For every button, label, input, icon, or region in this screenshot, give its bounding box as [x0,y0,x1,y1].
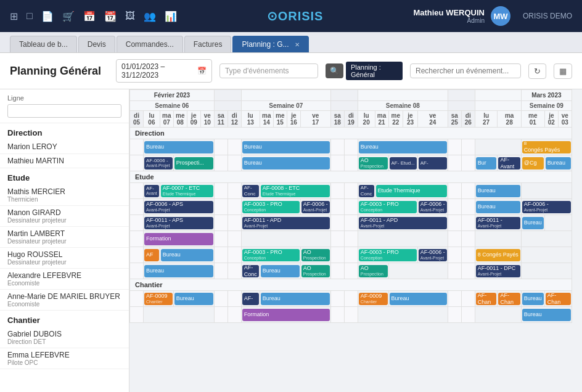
day-header: ve24 [417,111,448,128]
event-bureau[interactable]: Bureau [476,201,520,213]
event-af[interactable]: AF-0006 - APS Avant-Projet [144,201,213,213]
event-af[interactable]: AF-Conc [242,185,259,197]
person-name: Anne-Marie DE MARIEL BRUYER [7,292,121,301]
section-label: Direction [130,128,572,139]
logo-circle: ⊙ [267,9,278,23]
calendar2-icon[interactable]: 📆 [104,10,117,22]
event-af[interactable]: AF- Etud... [390,157,417,169]
event-formation[interactable]: Formation [242,309,330,321]
event-orange[interactable]: AF [144,249,159,261]
day-header: ve17 [300,111,330,128]
event-af[interactable]: AF-Chan [546,293,571,305]
event-af[interactable]: AF-0006 - Avant-Projet [419,249,447,261]
event-formation[interactable]: Formation [144,233,213,245]
event-af-pro[interactable]: AF-0003 - PRO Conception [242,201,300,213]
close-icon[interactable]: ✕ [295,41,300,48]
event-af[interactable]: AF-0009 Chantier [359,293,388,305]
tab-factures[interactable]: Factures [184,36,232,52]
event-bureau[interactable]: Bureau [546,157,571,169]
event-af-etc[interactable]: Etude Thermique [376,185,447,197]
event-conge[interactable]: 8 Congés Payés [522,141,571,153]
file-icon[interactable]: 📄 [41,10,54,22]
event-af-pro[interactable]: AF-0003 - PRO Conception [359,249,417,261]
event-af[interactable]: AF-Chan [498,293,520,305]
grid-icon[interactable]: ⊞ [10,10,18,22]
tab-devis[interactable]: Devis [78,36,115,52]
week-08: Semaine 08 [358,101,448,111]
event-af[interactable]: AF-0006 - Avant-Projet [301,201,330,213]
chart-icon[interactable]: 📊 [165,10,177,22]
event-bureau[interactable]: Bureau [144,265,213,277]
person-role: Thermicien [7,196,121,203]
event-bureau[interactable]: Bureau [390,293,447,305]
event-af[interactable]: AF-0006 - Avant-Projet [522,201,571,213]
event-af[interactable]: AF-0006 -Avant-Projet [144,157,173,169]
event-bureau[interactable]: Bureau [476,185,520,197]
event-af[interactable]: AF-0009 Chantier [144,293,173,305]
event-ao[interactable]: AO Prospection [359,265,388,277]
image-icon[interactable]: 🖼 [125,10,135,22]
event-bureau[interactable]: Bureau [522,217,544,229]
event-bureau[interactable]: Bureau [522,309,571,321]
event-af-etc[interactable]: AF-0007 - ETC Etude Thermique [161,185,213,197]
event-bureau[interactable]: Bureau [174,293,213,305]
week-09: Semaine 09 [521,101,572,111]
cart-icon[interactable]: 🛒 [62,10,75,22]
event-af[interactable]: AF-0006 - Avant-Projet [419,201,447,213]
event-ao[interactable]: AO Prospection [359,157,388,169]
event-af-pro[interactable]: AF-0003 - PRO Conception [359,201,417,213]
person-name: Martin LAMBERT [7,229,121,238]
user-role: Admin [413,17,485,24]
event-af[interactable]: AF-0011 - APD Avant-Projet [242,217,330,229]
day-header: sa25 [448,111,461,128]
event-af[interactable]: AF-Chan [476,293,497,305]
event-bureau[interactable]: Bureau [161,249,213,261]
event-af[interactable]: AF-0011 - Avant-Projet [476,217,520,229]
date-range-input[interactable]: 01/01/2023 – 31/12/2023 📅 [116,59,212,83]
tab-dashboard[interactable]: Tableau de b... [10,36,77,52]
event-af[interactable]: AF-Conc [359,185,374,197]
calendar-icon[interactable]: 📅 [83,10,96,22]
event-bureau[interactable]: Bureau [522,293,544,305]
event-ao[interactable]: AO Prospection [301,265,330,277]
event-af-etc[interactable]: AF-0008 - ETC Etude Thermique [261,185,330,197]
view-toggle-button[interactable]: ▦ [554,63,572,79]
event-bureau[interactable]: Bureau [144,141,213,153]
filter-input[interactable] [7,104,121,118]
event-bureau[interactable]: Bureau [242,141,330,153]
avatar[interactable]: MW [491,6,510,26]
tab-commandes[interactable]: Commandes... [117,36,183,52]
event-prospection[interactable]: Prospecti... [174,157,213,169]
event-type-dropdown[interactable]: Type d'événements [219,63,318,78]
refresh-button[interactable]: ↻ [528,63,546,79]
event-bureau[interactable]: Bureau [242,157,330,169]
event-af[interactable]: AF-Avant [498,157,520,169]
month-feb2 [241,90,330,101]
event-bureau[interactable]: Bur [476,157,497,169]
event-bureau[interactable]: Bureau [261,293,330,305]
event-af[interactable]: AF-0011 - APD Avant-Projet [359,217,447,229]
event-bureau[interactable]: Bureau [359,141,447,153]
event-af[interactable]: AF-0011 - DPC Avant-Projet [476,265,520,277]
table-row: AF-Avant AF-0007 - ETC Etude Thermique A… [130,183,572,199]
tab-planning[interactable]: Planning : G... ✕ [232,36,308,52]
event-af[interactable]: AF-Avant [144,185,159,197]
company-name: ORISIS DEMO [523,12,572,20]
event-ao[interactable]: AO Prospection [301,249,330,261]
event-conge[interactable]: 8 Congés Payés [476,249,520,261]
event-af[interactable]: AF-0011 - APS Avant-Projet [144,217,213,229]
box-icon[interactable]: □ [27,10,33,22]
event-af-pro[interactable]: AF-0003 - PRO Conception [242,249,300,261]
day-header: di19 [344,111,358,128]
users-icon[interactable]: 👥 [144,10,156,22]
event-af[interactable]: AF- [242,293,259,305]
search-input[interactable] [410,63,521,78]
person-role: Dessinateur projeteur [7,238,121,245]
event-af[interactable]: AF-Conc [242,265,259,277]
event-conge[interactable]: @Cg [522,157,544,169]
section-etude: Etude [0,168,129,185]
event-bureau[interactable]: Bureau [261,265,300,277]
search-icon[interactable]: 🔍 [326,63,343,78]
user-area: Mathieu WERQUIN Admin MW ORISIS DEMO [413,6,572,26]
event-af[interactable]: AF- [419,157,447,169]
